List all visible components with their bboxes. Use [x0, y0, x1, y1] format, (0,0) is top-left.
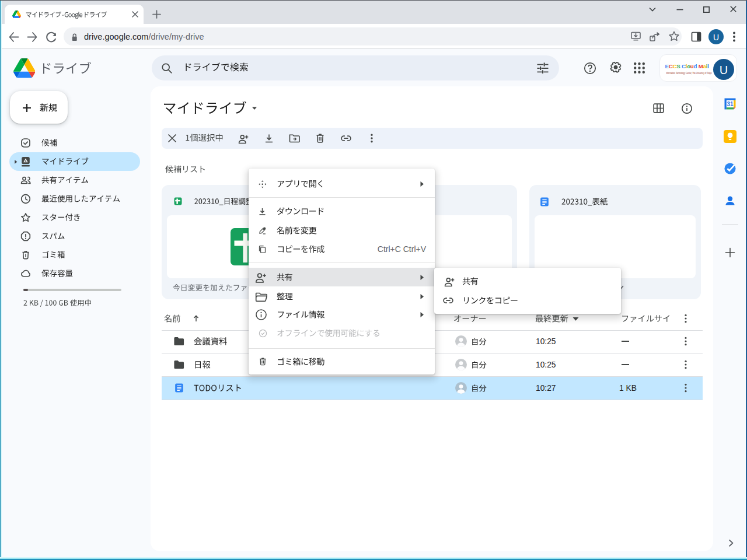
svg-text:31: 31: [727, 101, 734, 107]
